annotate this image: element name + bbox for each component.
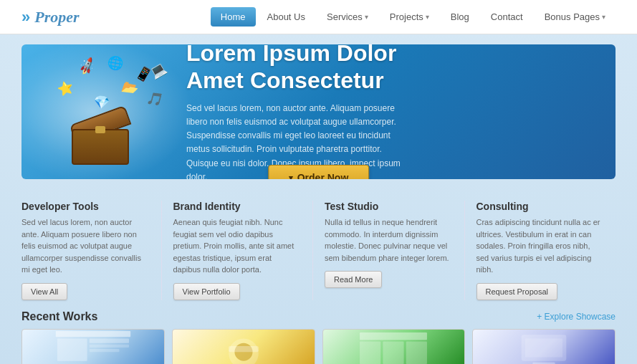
folder-icon: 📂 <box>120 78 140 98</box>
feature-consulting: Consulting Cras adipiscing tincidunt nul… <box>465 201 616 300</box>
svg-rect-8 <box>360 332 427 340</box>
header: » Proper Home About Us Services ▾ Projec… <box>0 0 637 34</box>
svg-rect-0 <box>56 331 130 337</box>
nav-home[interactable]: Home <box>211 7 256 27</box>
read-more-button[interactable]: Read More <box>325 271 382 288</box>
thumb-inner-3 <box>323 330 465 365</box>
feature-brand-identity: Brand Identity Aenean quis feugiat nibh.… <box>162 201 314 300</box>
logo: » Proper <box>21 8 80 27</box>
recent-works-section: Recent Works + Explore Showcase <box>21 310 616 365</box>
explore-showcase-link[interactable]: + Explore Showcase <box>537 312 616 322</box>
svg-rect-13 <box>525 339 562 358</box>
svg-rect-10 <box>383 342 404 364</box>
laptop-icon: 💻 <box>148 59 169 81</box>
feature-title-2: Brand Identity <box>173 201 302 212</box>
hero-image: 🚀 🌐 📱 ⭐ 📂 💎 💻 🎵 <box>21 44 179 179</box>
logo-text: Proper <box>34 8 79 27</box>
feature-text-4: Cras adipiscing tincidunt nulla ac er ul… <box>476 216 605 276</box>
feature-title-3: Test Studio <box>325 201 453 212</box>
feature-text-1: Sed vel lacus lorem, non auctor ante. Al… <box>21 216 150 276</box>
hero-section: 🚀 🌐 📱 ⭐ 📂 💎 💻 🎵 Lorem Ipsum Dolor Amet C… <box>21 44 616 179</box>
order-now-button[interactable]: ▾ Order Now <box>268 165 370 179</box>
nav-projects[interactable]: Projects ▾ <box>380 7 439 27</box>
tablet-icon: 📱 <box>133 63 155 85</box>
view-portfolio-button[interactable]: View Portfolio <box>173 283 240 300</box>
logo-icon: » <box>21 8 30 27</box>
nav-bonus[interactable]: Bonus Pages ▾ <box>535 7 616 27</box>
recent-thumb-3[interactable] <box>322 329 466 365</box>
view-all-button[interactable]: View All <box>21 283 67 300</box>
features-section: Developer Tools Sed vel lacus lorem, non… <box>21 201 616 300</box>
svg-rect-7 <box>229 346 259 352</box>
feature-test-studio: Test Studio Nulla id tellus in neque hen… <box>313 201 465 300</box>
chevron-down-icon: ▾ <box>602 13 605 21</box>
thumb-svg-1 <box>29 331 157 364</box>
recent-thumb-4[interactable] <box>472 329 616 365</box>
nav-services[interactable]: Services ▾ <box>317 7 378 27</box>
rocket-icon: 🚀 <box>77 57 97 77</box>
nav-about[interactable]: About Us <box>257 7 315 27</box>
navigation: Home About Us Services ▾ Projects ▾ Blog… <box>211 7 616 27</box>
nav-blog[interactable]: Blog <box>441 7 479 27</box>
svg-rect-11 <box>406 342 427 364</box>
svg-rect-2 <box>90 339 129 343</box>
feature-text-2: Aenean quis feugiat nibh. Nunc feugiat s… <box>173 216 302 276</box>
svg-rect-1 <box>57 339 87 361</box>
star-icon: ⭐ <box>56 79 75 98</box>
feature-title-1: Developer Tools <box>21 201 150 212</box>
nav-contact[interactable]: Contact <box>481 7 533 27</box>
thumb-svg-2 <box>180 331 307 364</box>
thumb-svg-3 <box>330 331 457 364</box>
svg-rect-3 <box>90 345 129 348</box>
music-icon: 🎵 <box>145 90 165 109</box>
chest-lock <box>95 126 105 133</box>
recent-header: Recent Works + Explore Showcase <box>21 310 616 323</box>
recent-thumb-2[interactable] <box>172 329 315 365</box>
thumb-inner-2 <box>173 330 315 365</box>
chevron-down-icon: ▾ <box>426 13 429 21</box>
thumb-inner-4 <box>473 330 615 365</box>
request-proposal-button[interactable]: Request Proposal <box>476 283 557 300</box>
thumb-inner-1 <box>22 330 164 365</box>
chest-base <box>72 129 129 165</box>
chevron-down-icon: ▾ <box>365 13 368 21</box>
gem-icon: 💎 <box>92 94 110 111</box>
feature-developer-tools: Developer Tools Sed vel lacus lorem, non… <box>21 201 162 300</box>
order-btn-wrap: ▾ Order Now <box>268 165 370 179</box>
browser-icon: 🌐 <box>106 54 124 72</box>
feature-text-3: Nulla id tellus in neque hendrerit commo… <box>325 216 453 264</box>
recent-works-title: Recent Works <box>21 310 97 323</box>
svg-rect-9 <box>360 342 380 364</box>
thumb-svg-4 <box>480 331 608 364</box>
hero-title: Lorem Ipsum Dolor Amet Consectetur <box>186 44 594 95</box>
recent-grid <box>21 329 616 365</box>
recent-thumb-1[interactable] <box>21 329 165 365</box>
svg-point-6 <box>234 343 252 361</box>
arrow-down-icon: ▾ <box>289 173 293 180</box>
hero-content: Lorem Ipsum Dolor Amet Consectetur Sed v… <box>179 44 616 179</box>
svg-rect-4 <box>90 349 120 352</box>
feature-title-4: Consulting <box>476 201 605 212</box>
